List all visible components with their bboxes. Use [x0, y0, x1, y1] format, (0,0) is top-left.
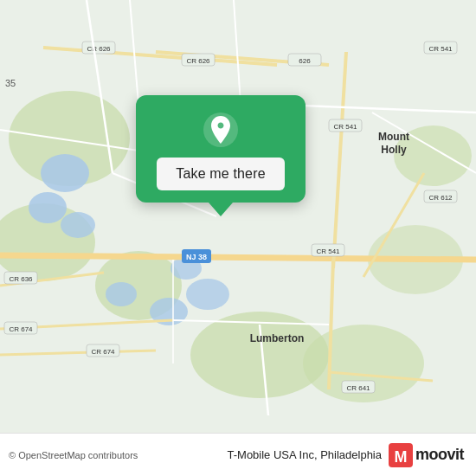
svg-line-15 — [0, 255, 476, 260]
bottom-right: T-Mobile USA Inc, Philadelphia M moovit — [228, 443, 465, 467]
svg-point-10 — [61, 212, 95, 238]
map-pin-icon — [202, 111, 240, 149]
location-popup: Take me there — [128, 95, 313, 216]
moovit-text: moovit — [415, 446, 464, 464]
svg-point-9 — [29, 192, 67, 223]
svg-text:CR 541: CR 541 — [316, 248, 340, 255]
svg-text:CR 612: CR 612 — [428, 194, 453, 202]
osm-copyright: © OpenStreetMap contributors — [9, 450, 138, 460]
svg-text:NJ 38: NJ 38 — [186, 253, 207, 261]
svg-text:Mount: Mount — [378, 131, 409, 143]
svg-text:626: 626 — [299, 57, 311, 65]
company-name: T-Mobile USA Inc, Philadelphia — [228, 448, 382, 461]
svg-point-11 — [106, 282, 137, 306]
bottom-left: © OpenStreetMap contributors — [9, 450, 138, 460]
svg-text:CR 636: CR 636 — [9, 275, 33, 283]
svg-text:CR 674: CR 674 — [9, 325, 33, 333]
svg-text:Lumberton: Lumberton — [250, 332, 305, 344]
svg-text:CR 674: CR 674 — [91, 348, 115, 356]
moovit-logo: M moovit — [389, 443, 464, 467]
popup-box: Take me there — [136, 95, 305, 203]
map: NJ 38 CR 626 CR 626 626 CR 541 CR 541 CR… — [0, 0, 476, 433]
svg-point-8 — [41, 154, 89, 192]
svg-text:CR 641: CR 641 — [346, 384, 370, 392]
svg-text:Holly: Holly — [381, 144, 407, 156]
svg-text:CR 541: CR 541 — [428, 45, 453, 53]
svg-text:CR 626: CR 626 — [87, 45, 111, 53]
moovit-icon: M — [389, 443, 413, 467]
bottom-bar: © OpenStreetMap contributors T-Mobile US… — [0, 433, 476, 476]
popup-arrow — [209, 203, 233, 216]
svg-point-13 — [186, 279, 229, 310]
svg-text:35: 35 — [5, 78, 16, 88]
svg-text:CR 626: CR 626 — [186, 57, 210, 65]
svg-text:M: M — [394, 448, 407, 466]
svg-text:CR 541: CR 541 — [333, 123, 357, 131]
take-me-there-button[interactable]: Take me there — [157, 158, 284, 190]
